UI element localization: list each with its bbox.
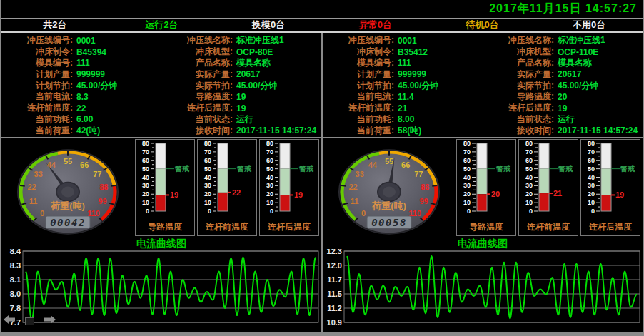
thermometer-rod-rear-temp: 80706050403020100警戒19连杆后温度 bbox=[259, 139, 319, 236]
y-axis-tick-label: 8.3 bbox=[10, 261, 21, 270]
info-label: 当前荷重: bbox=[1, 125, 73, 137]
gauge-digital-display: 00042 bbox=[50, 217, 86, 228]
thermo-scale-label: 50 bbox=[588, 166, 595, 173]
thermo-value-label: 19 bbox=[615, 190, 624, 199]
thermo-scale-label: 70 bbox=[588, 148, 595, 156]
info-row: 连杆后温度:19 bbox=[161, 103, 321, 114]
info-row: 冲床制令:B35412 bbox=[323, 46, 483, 58]
thermo-scale-label: 10 bbox=[204, 199, 211, 206]
machine-panel-1: 冲压线编号:0001冲床制令:B45394模具编号:111计划产量:999999… bbox=[1, 33, 321, 332]
gauge-tick-label: 88 bbox=[99, 183, 108, 191]
forward-arrow-icon[interactable] bbox=[44, 315, 56, 327]
thermo-scale-label: 60 bbox=[204, 157, 211, 164]
info-row: 连杆前温度:21 bbox=[323, 103, 483, 114]
gauge-tick-label: 77 bbox=[93, 170, 101, 178]
gauge-tick-label: 66 bbox=[80, 161, 89, 169]
thermometer-rod-rear-temp: 80706050403020100警戒19连杆后温度 bbox=[580, 139, 640, 236]
y-axis-tick-label: 12.0 bbox=[327, 261, 342, 270]
thermometer-svg: 80706050403020100警戒19 bbox=[136, 140, 194, 220]
info-label: 当前功耗: bbox=[1, 113, 73, 126]
info-value: 45.00/分钟 bbox=[554, 80, 598, 92]
info-value: OCP-110E bbox=[554, 47, 598, 57]
back-arrow-icon[interactable] bbox=[3, 315, 16, 327]
info-value: 19 bbox=[554, 103, 567, 113]
thermo-scale-label: 30 bbox=[525, 182, 533, 189]
info-row: 冲床机型:OCP-110E bbox=[483, 46, 643, 58]
y-axis-tick-label: 7.8 bbox=[10, 304, 21, 312]
thermo-scale-label: 10 bbox=[525, 199, 533, 206]
info-value: 6.00 bbox=[73, 114, 93, 124]
info-value: 2017-11-15 14:57:24 bbox=[233, 126, 316, 136]
info-value: 标准冲压线1 bbox=[554, 34, 605, 46]
info-label: 导路温度: bbox=[483, 91, 554, 103]
info-label: 产品名称: bbox=[161, 57, 233, 69]
info-value: 21 bbox=[394, 103, 407, 113]
thermo-scale-label: 60 bbox=[588, 157, 595, 164]
thermo-scale-label: 50 bbox=[266, 166, 273, 173]
thermo-value-label: 21 bbox=[553, 189, 562, 198]
thermo-scale-label: 20 bbox=[266, 190, 273, 198]
gauge-tick-label: 88 bbox=[421, 183, 429, 191]
thermo-scale-label: 0 bbox=[208, 208, 211, 215]
thermo-scale-label: 0 bbox=[146, 208, 149, 215]
gauge-unit-label: 荷重(吨) bbox=[50, 200, 85, 211]
info-value: 20617 bbox=[233, 69, 260, 79]
thermo-title: 导路温度 bbox=[148, 221, 182, 233]
info-value: 运行 bbox=[554, 113, 575, 126]
info-row: 产品名称:模具名称 bbox=[483, 58, 643, 69]
thermo-warning-label: 警戒 bbox=[236, 165, 252, 173]
thermo-value-label: 19 bbox=[170, 190, 178, 199]
info-label: 计划产量: bbox=[1, 68, 73, 81]
info-row: 当前功耗:6.00 bbox=[1, 114, 161, 126]
load-gauge-svg: 0112233445566778899110荷重(吨)00058 bbox=[324, 139, 454, 237]
window-icon[interactable] bbox=[25, 317, 34, 325]
gauge-tick-label: 99 bbox=[419, 197, 428, 205]
y-axis-tick-label: 8.4 bbox=[10, 249, 21, 255]
info-value: 45.00/分钟 bbox=[233, 80, 277, 92]
info-label: 冲床机型: bbox=[161, 46, 233, 58]
info-label: 导路温度: bbox=[161, 91, 233, 103]
info-row: 当前电流:8.3 bbox=[1, 91, 161, 103]
info-row: 当前荷重:58(吨) bbox=[323, 125, 483, 136]
thermo-scale-label: 0 bbox=[270, 208, 273, 215]
thermo-scale-label: 70 bbox=[525, 148, 533, 156]
info-label: 实际产量: bbox=[483, 68, 554, 81]
gauge-tick-label: 22 bbox=[28, 183, 36, 191]
thermo-scale-label: 10 bbox=[142, 199, 149, 206]
info-value: B35412 bbox=[394, 47, 428, 57]
info-value: 8.3 bbox=[73, 92, 89, 102]
info-row: 计划节拍:45.00/分钟 bbox=[323, 80, 483, 91]
thermo-title: 连杆后温度 bbox=[589, 221, 632, 233]
load-gauge: 0112233445566778899110荷重(吨)00058 bbox=[324, 139, 454, 237]
info-label: 当前状态: bbox=[483, 113, 554, 126]
thermo-scale-label: 0 bbox=[591, 208, 595, 215]
gauge-tick-label: 33 bbox=[356, 170, 364, 178]
gauge-tick-label: 55 bbox=[64, 157, 72, 166]
info-value: 模具名称 bbox=[554, 57, 592, 69]
info-row: 冲压线名称:标准冲压线1 bbox=[483, 35, 643, 46]
thermo-scale-label: 80 bbox=[266, 140, 273, 147]
info-label: 冲压线名称: bbox=[161, 34, 233, 46]
thermo-scale-label: 50 bbox=[525, 166, 533, 173]
info-label: 当前电流: bbox=[323, 91, 394, 103]
info-label: 连杆后温度: bbox=[161, 102, 233, 114]
thermo-scale-label: 50 bbox=[463, 166, 471, 173]
machine-status-summary-bar: 共2台 运行2台 换模0台 异常0台 待机0台 不用0台 bbox=[1, 19, 643, 33]
main-area: 冲压线编号:0001冲床制令:B45394模具编号:111计划产量:999999… bbox=[1, 33, 643, 332]
machine-1-info-panel: 冲压线编号:0001冲床制令:B45394模具编号:111计划产量:999999… bbox=[1, 33, 321, 138]
thermo-scale-label: 20 bbox=[588, 190, 595, 198]
thermo-scale-label: 20 bbox=[204, 190, 211, 198]
thermo-warning-label: 警戒 bbox=[620, 165, 635, 173]
thermo-scale-label: 20 bbox=[525, 190, 533, 198]
thermometer-rod-front-temp: 80706050403020100警戒21连杆前温度 bbox=[518, 139, 578, 236]
thermo-value-label: 22 bbox=[232, 188, 241, 197]
info-label: 连杆前温度: bbox=[323, 102, 394, 114]
gauge-tick-label: 99 bbox=[98, 197, 106, 205]
info-row: 冲床机型:OCP-80E bbox=[161, 46, 321, 58]
current-curve-line bbox=[26, 258, 316, 321]
info-value: 45.00/分钟 bbox=[73, 80, 117, 92]
thermo-scale-label: 70 bbox=[142, 148, 149, 156]
info-row: 实际产量:20617 bbox=[161, 68, 321, 80]
info-value: 111 bbox=[73, 58, 90, 68]
thermo-title: 连杆后温度 bbox=[268, 221, 311, 233]
